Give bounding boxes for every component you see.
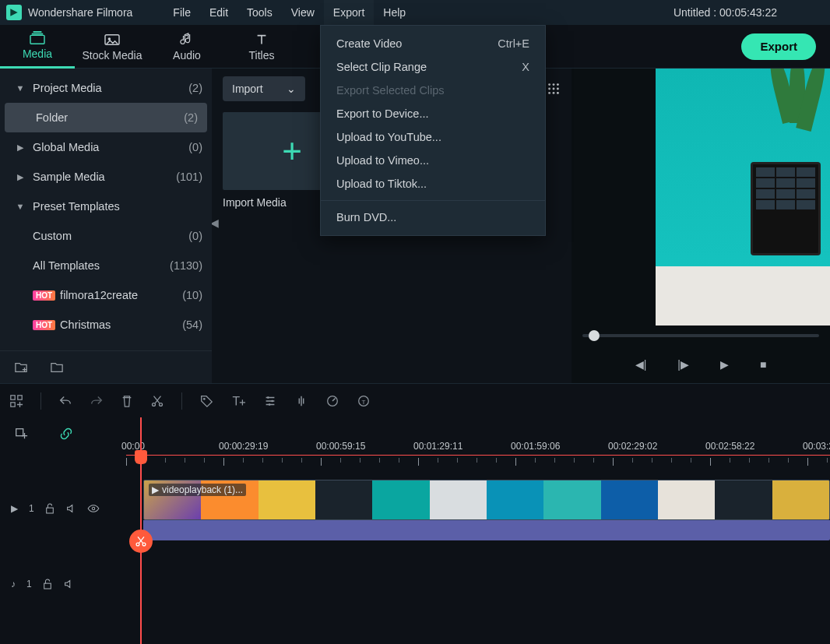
- new-folder-icon[interactable]: [14, 361, 28, 374]
- app-name: Wondershare Filmora: [28, 6, 132, 19]
- svg-rect-17: [18, 395, 22, 399]
- tab-stock-media[interactable]: Stock Media: [75, 25, 149, 69]
- sidebar-item-sample-media[interactable]: ▶ Sample Media (101): [0, 162, 212, 192]
- add-track-icon[interactable]: [9, 394, 23, 408]
- menuitem-shortcut: Ctrl+E: [498, 37, 529, 50]
- sidebar-item-count: (10): [182, 289, 202, 301]
- menuitem-label: Create Video: [336, 37, 402, 50]
- sidebar-item-global-media[interactable]: ▶ Global Media (0): [0, 132, 212, 162]
- timeline-playhead[interactable]: [140, 417, 142, 644]
- plus-icon: +: [282, 132, 302, 171]
- tab-titles[interactable]: Titles: [224, 25, 299, 69]
- menuitem-upload-vimeo[interactable]: Upload to Vimeo...: [321, 149, 545, 172]
- redo-icon[interactable]: [90, 394, 104, 408]
- music-note-icon: [180, 32, 194, 48]
- sidebar-item-count: (0): [188, 230, 202, 242]
- lock-icon[interactable]: [43, 579, 52, 589]
- split-icon[interactable]: [150, 394, 164, 408]
- timeline-ruler[interactable]: 00:0000:00:29:1900:00:59:1500:01:29:1100…: [126, 417, 830, 463]
- delete-icon[interactable]: [121, 394, 133, 408]
- stop-button[interactable]: ■: [760, 358, 766, 371]
- collapse-sidebar-handle[interactable]: ◀: [212, 216, 219, 229]
- sidebar-item-label: Global Media: [33, 141, 188, 153]
- sidebar-item-count: (2): [188, 82, 202, 94]
- svg-point-20: [160, 403, 163, 406]
- audio-mix-icon[interactable]: [294, 394, 308, 408]
- ruler-label: 00:01:29:11: [413, 441, 462, 452]
- playhead-split-handle[interactable]: [129, 530, 153, 553]
- svg-point-13: [548, 92, 550, 94]
- menuitem-select-clip-range[interactable]: Select Clip RangeX: [321, 55, 545, 79]
- menu-help[interactable]: Help: [374, 0, 415, 25]
- menu-view[interactable]: View: [282, 0, 324, 25]
- preview-monitor-graphic: [751, 162, 821, 255]
- menuitem-label: Select Clip Range: [336, 61, 427, 73]
- sidebar-item-all-templates[interactable]: All Templates (1130): [0, 251, 212, 280]
- menuitem-burn-dvd[interactable]: Burn DVD...: [321, 206, 545, 229]
- menuitem-export-to-device[interactable]: Export to Device...: [321, 102, 545, 125]
- ruler-label: 00:03:28:: [803, 441, 830, 452]
- menu-tools[interactable]: Tools: [237, 0, 282, 25]
- import-dropdown[interactable]: Import ⌄: [223, 76, 305, 101]
- svg-rect-28: [16, 429, 23, 436]
- adjust-icon[interactable]: [263, 394, 277, 408]
- sidebar-item-folder[interactable]: Folder (2): [5, 103, 207, 132]
- preview-slider[interactable]: [572, 326, 830, 346]
- menu-separator: [321, 200, 545, 201]
- hot-badge: HOT: [33, 290, 55, 301]
- preview-controls: ◀| |▶ ▶ ■: [572, 346, 830, 383]
- menuitem-upload-tiktok[interactable]: Upload to Tiktok...: [321, 172, 545, 195]
- menuitem-create-video[interactable]: Create VideoCtrl+E: [321, 32, 545, 55]
- svg-point-22: [267, 396, 269, 399]
- tab-label: Stock Media: [82, 49, 142, 62]
- folder-icon[interactable]: [50, 361, 64, 374]
- sidebar-item-label: Sample Media: [33, 171, 176, 183]
- timeline-audio-track: ♪ 1: [0, 567, 830, 601]
- sidebar-item-label: Custom: [33, 230, 188, 242]
- svg-text:T: T: [362, 398, 366, 405]
- menuitem-shortcut: X: [522, 61, 529, 73]
- sidebar-item-preset-templates[interactable]: ▼ Preset Templates: [0, 192, 212, 221]
- sidebar-item-filmora12create[interactable]: HOT filmora12create (10): [0, 280, 212, 310]
- svg-point-24: [269, 403, 271, 406]
- add-text-icon[interactable]: [230, 394, 246, 408]
- menu-edit[interactable]: Edit: [200, 0, 237, 25]
- export-button[interactable]: Export: [741, 33, 816, 60]
- sidebar-item-christmas[interactable]: HOT Christmas (54): [0, 310, 212, 340]
- playhead-knob[interactable]: [135, 450, 147, 464]
- svg-rect-16: [11, 395, 15, 399]
- tag-icon[interactable]: [199, 394, 213, 408]
- svg-point-11: [553, 88, 555, 90]
- svg-point-14: [553, 92, 555, 94]
- menuitem-label: Export Selected Clips: [336, 84, 445, 97]
- menuitem-label: Burn DVD...: [336, 211, 396, 223]
- menuitem-upload-youtube[interactable]: Upload to YouTube...: [321, 125, 545, 149]
- mute-icon[interactable]: [65, 503, 76, 514]
- timeline-scrollbar[interactable]: [0, 630, 830, 644]
- play-button[interactable]: ▶: [720, 358, 729, 371]
- visibility-icon[interactable]: [87, 504, 100, 513]
- tab-media[interactable]: Media: [0, 25, 75, 69]
- timeline-video-clip[interactable]: ▶videoplayback (1)...: [143, 480, 830, 520]
- speed-icon[interactable]: [325, 394, 339, 408]
- prev-frame-button[interactable]: ◀|: [635, 358, 647, 371]
- menubar: Wondershare Filmora File Edit Tools View…: [0, 0, 830, 25]
- sidebar-item-label: All Templates: [33, 259, 170, 272]
- mute-icon[interactable]: [63, 579, 74, 589]
- menu-file[interactable]: File: [164, 0, 200, 25]
- timeline-clip-audio-lane[interactable]: [143, 520, 830, 540]
- undo-icon[interactable]: [58, 394, 72, 408]
- menu-export[interactable]: Export: [324, 0, 374, 25]
- timeline-add-marker-icon[interactable]: [14, 427, 28, 441]
- menuitem-label: Upload to Tiktok...: [336, 178, 427, 190]
- lock-icon[interactable]: [45, 503, 55, 514]
- sidebar-item-custom[interactable]: Custom (0): [0, 221, 212, 251]
- svg-point-10: [548, 88, 550, 90]
- next-frame-button[interactable]: |▶: [677, 358, 689, 371]
- link-icon[interactable]: [59, 427, 73, 441]
- sidebar-item-project-media[interactable]: ▼ Project Media (2): [0, 73, 212, 103]
- slider-knob[interactable]: [589, 330, 600, 341]
- tab-audio[interactable]: Audio: [149, 25, 224, 69]
- grid-view-icon[interactable]: [547, 82, 561, 96]
- more-tools-icon[interactable]: T: [357, 394, 371, 408]
